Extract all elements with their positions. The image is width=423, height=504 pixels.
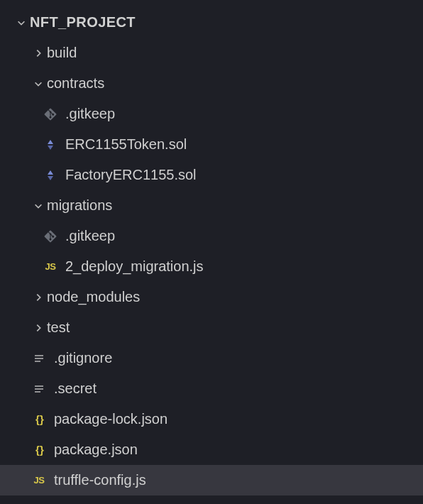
file-explorer: NFT_PROJECT build contracts .gitkeep ERC… bbox=[0, 0, 423, 495]
file-factory-sol[interactable]: FactoryERC1155.sol bbox=[0, 160, 423, 190]
js-icon: JS bbox=[41, 258, 60, 276]
folder-migrations[interactable]: migrations bbox=[0, 190, 423, 221]
folder-node-modules[interactable]: node_modules bbox=[0, 282, 423, 312]
js-icon: JS bbox=[30, 471, 48, 490]
file-label: .gitkeep bbox=[65, 106, 115, 122]
file-label: ERC1155Token.sol bbox=[65, 136, 187, 153]
file-gitignore[interactable]: .gitignore bbox=[0, 343, 423, 373]
project-name-label: NFT_PROJECT bbox=[30, 14, 136, 31]
folder-label: build bbox=[47, 45, 77, 61]
file-label: package-lock.json bbox=[54, 411, 167, 427]
project-root[interactable]: NFT_PROJECT bbox=[0, 7, 423, 38]
text-lines-icon bbox=[30, 380, 48, 398]
file-package-json[interactable]: { } package.json bbox=[0, 434, 423, 465]
file-label: truffle-config.js bbox=[54, 472, 146, 488]
folder-label: node_modules bbox=[47, 289, 140, 305]
chevron-down-icon bbox=[30, 201, 47, 211]
chevron-down-icon bbox=[13, 18, 30, 28]
chevron-down-icon bbox=[30, 79, 47, 89]
file-truffle-config-js[interactable]: JS truffle-config.js bbox=[0, 465, 423, 495]
solidity-icon bbox=[41, 136, 60, 154]
json-icon: { } bbox=[30, 410, 48, 429]
file-deploy-migration-js[interactable]: JS 2_deploy_migration.js bbox=[0, 251, 423, 282]
chevron-right-icon bbox=[30, 48, 47, 58]
json-icon: { } bbox=[30, 441, 48, 459]
folder-build[interactable]: build bbox=[0, 38, 423, 68]
file-gitkeep[interactable]: .gitkeep bbox=[0, 99, 423, 129]
folder-label: test bbox=[47, 319, 70, 336]
text-lines-icon bbox=[30, 349, 48, 368]
folder-contracts[interactable]: contracts bbox=[0, 68, 423, 99]
solidity-icon bbox=[41, 166, 60, 185]
chevron-right-icon bbox=[30, 323, 47, 333]
chevron-right-icon bbox=[30, 292, 47, 302]
file-gitkeep[interactable]: .gitkeep bbox=[0, 221, 423, 251]
file-label: package.json bbox=[54, 442, 138, 458]
git-icon bbox=[41, 227, 60, 246]
file-label: FactoryERC1155.sol bbox=[65, 167, 197, 183]
folder-test[interactable]: test bbox=[0, 312, 423, 343]
file-label: .gitkeep bbox=[65, 228, 115, 244]
file-package-lock-json[interactable]: { } package-lock.json bbox=[0, 404, 423, 434]
file-secret[interactable]: .secret bbox=[0, 373, 423, 404]
file-label: .secret bbox=[54, 380, 97, 397]
file-label: .gitignore bbox=[54, 350, 112, 366]
folder-label: contracts bbox=[47, 75, 104, 92]
git-icon bbox=[41, 105, 60, 124]
file-label: 2_deploy_migration.js bbox=[65, 258, 204, 275]
folder-label: migrations bbox=[47, 197, 112, 214]
file-erc1155-sol[interactable]: ERC1155Token.sol bbox=[0, 129, 423, 160]
